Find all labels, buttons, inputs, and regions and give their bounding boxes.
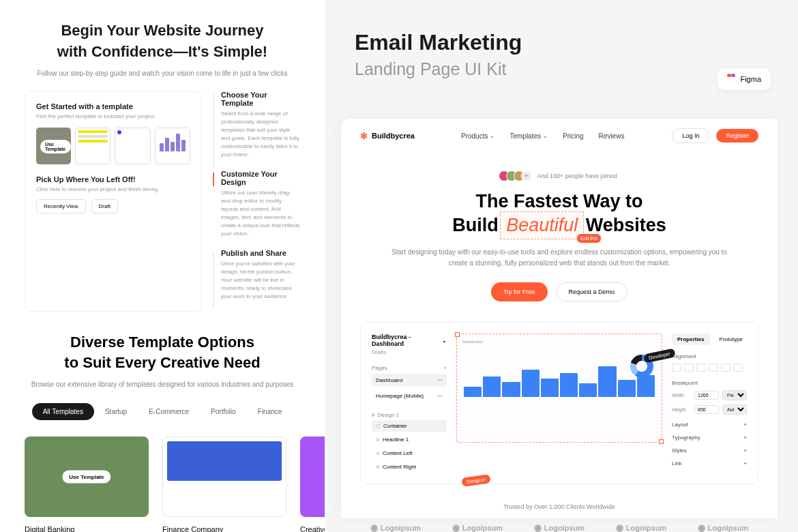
template-card[interactable]: Finance Company Finance — [162, 437, 286, 532]
layer-item[interactable]: ▢Container — [372, 420, 447, 432]
page-item[interactable]: Homepage (Mobile)⋯ — [372, 389, 447, 402]
align-right-icon[interactable] — [696, 364, 706, 372]
app-preview-window: ✻Buildbycrea Products⌄ Templates⌄ Pricin… — [341, 119, 778, 518]
pages-label: Pages — [372, 365, 387, 371]
drafts-label: Drafts — [372, 349, 447, 355]
draft-button[interactable]: Draft — [91, 199, 118, 213]
frame-icon: ▢ — [376, 424, 381, 429]
request-demo-button[interactable]: Request a Demo — [556, 282, 628, 301]
tab-prototype[interactable]: Prototype — [714, 334, 748, 345]
tab-finance[interactable]: Finance — [247, 403, 293, 420]
properties-panel: Properties Prototype Alignment Breakpoin… — [672, 334, 747, 473]
selected-frame[interactable]: Dashboard Developer — [456, 334, 662, 443]
pickup-title: Pick Up Where You Left Off! — [36, 175, 190, 183]
align-center-icon[interactable] — [684, 364, 694, 372]
edit-tag[interactable]: Edit this — [577, 234, 601, 243]
chevron-down-icon: ⌄ — [442, 338, 447, 344]
product-title: Email Marketing — [355, 30, 768, 55]
try-free-button[interactable]: Try for Free — [491, 282, 548, 301]
figma-badge: Figma — [718, 68, 771, 90]
plus-icon: + — [743, 460, 747, 467]
align-top-icon[interactable] — [709, 364, 718, 372]
width-input[interactable] — [694, 391, 719, 400]
hero-sub: Start designing today with our easy-to-u… — [382, 247, 737, 269]
typography-section[interactable]: Typography+ — [672, 434, 747, 441]
nav-templates[interactable]: Templates⌄ — [509, 132, 548, 140]
breakpoint-label: Breakpoint — [672, 380, 747, 386]
use-template-button[interactable]: Use Template — [40, 140, 71, 153]
align-bottom-icon[interactable] — [733, 364, 743, 372]
template-thumb[interactable]: Use Template — [36, 128, 71, 164]
frame-icon: # — [372, 412, 374, 418]
align-left-icon[interactable] — [672, 364, 681, 372]
plus-icon: + — [743, 447, 747, 454]
layout-section[interactable]: Layout+ — [672, 422, 747, 428]
login-button[interactable]: Log In — [672, 128, 709, 143]
template-card[interactable]: Use Template Digital Banking Finance — [25, 437, 149, 532]
canvas-area[interactable]: Dashboard Developer Designer — [456, 334, 662, 473]
client-logo: Logoipsum — [370, 522, 421, 532]
template-thumb[interactable] — [115, 128, 151, 164]
plus-icon: + — [743, 422, 747, 428]
text-icon: ⊘ — [376, 451, 380, 456]
developer-cursor-badge: Developer — [643, 349, 676, 364]
trusted-text: Trusted by Over 1,000 Clients Worldwide — [341, 503, 778, 510]
chevron-down-icon: ⌄ — [543, 133, 548, 139]
templates-title: Diverse Template Optionsto Suit Every Cr… — [25, 332, 300, 374]
layer-item[interactable]: ⊘Content Right — [372, 461, 447, 473]
layers-panel: Buildbycrea - Dashboard⌄ Drafts Pages+ D… — [372, 334, 447, 473]
template-name: Digital Banking — [25, 525, 149, 532]
nav-pricing[interactable]: Pricing — [563, 132, 584, 140]
journey-title: Begin Your Website Journeywith Confidenc… — [25, 20, 300, 63]
tab-ecommerce[interactable]: E-Commerce — [138, 403, 200, 420]
nav-reviews[interactable]: Reviews — [599, 132, 625, 140]
recently-view-button[interactable]: Recently View — [36, 199, 86, 213]
register-button[interactable]: Register — [716, 129, 758, 143]
client-logo: Logoipsum — [698, 522, 748, 532]
text-icon: ⊘ — [376, 464, 380, 470]
alignment-label: Alignment — [672, 353, 747, 359]
tab-portfolio[interactable]: Portfolio — [200, 403, 247, 420]
joined-text: And 100+ people have joined — [537, 173, 617, 179]
styles-section[interactable]: Styles+ — [672, 447, 747, 454]
designer-cursor-badge: Designer — [461, 474, 490, 487]
highlight-word[interactable]: BeautifulEdit this — [503, 213, 580, 237]
client-logo: Logoipsum — [534, 522, 585, 532]
height-input[interactable] — [694, 405, 719, 414]
text-icon: ⊘ — [376, 437, 380, 443]
layer-item[interactable]: ⊘Content Left — [372, 447, 447, 459]
page-item[interactable]: Dashboard⋯ — [372, 374, 447, 387]
tab-properties[interactable]: Properties — [672, 334, 710, 345]
template-thumb[interactable] — [155, 128, 191, 164]
product-subtitle: Landing Page UI Kit — [355, 59, 768, 79]
client-logo: Logoipsum — [616, 522, 666, 532]
template-tabs: All Templates Startup E-Commerce Portfol… — [0, 403, 325, 420]
logo-icon: ✻ — [360, 131, 368, 141]
figma-icon — [727, 74, 735, 85]
step-publish[interactable]: Publish and ShareOnce you're satisfied w… — [216, 249, 300, 301]
template-thumb[interactable] — [75, 128, 111, 164]
brand-logo[interactable]: ✻Buildbycrea — [360, 131, 415, 141]
file-name[interactable]: Buildbycrea - Dashboard⌄ — [372, 334, 447, 347]
width-mode-select[interactable]: Fixed — [722, 390, 747, 400]
tab-all[interactable]: All Templates — [32, 403, 94, 420]
layer-item[interactable]: ⊘Headline 1 — [372, 434, 447, 445]
chevron-down-icon: ⌄ — [490, 133, 494, 139]
plus-icon: + — [743, 434, 747, 441]
journey-subtitle: Follow our step-by-step guide and watch … — [25, 70, 300, 77]
more-icon[interactable]: ⋯ — [437, 393, 443, 399]
nav-products[interactable]: Products⌄ — [461, 132, 494, 140]
more-icon[interactable]: ⋯ — [437, 377, 443, 383]
tab-startup[interactable]: Startup — [94, 403, 138, 420]
avatar-more: + — [521, 171, 532, 181]
height-mode-select[interactable]: Auto — [722, 404, 747, 415]
align-middle-icon[interactable] — [721, 364, 730, 372]
step-customize[interactable]: Customize Your DesignUtilize our user-fr… — [216, 170, 300, 238]
template-name: Finance Company — [162, 525, 286, 532]
pickup-sub: Click here to resume your project and fi… — [36, 186, 190, 192]
link-section[interactable]: Link+ — [672, 460, 747, 467]
hero-headline: The Fastest Way to Build BeautifulEdit t… — [382, 190, 737, 237]
use-template-button[interactable]: Use Template — [62, 471, 110, 484]
step-choose-template[interactable]: Choose Your TemplateSelect from a wide r… — [216, 91, 300, 159]
add-page-icon[interactable]: + — [443, 365, 447, 371]
